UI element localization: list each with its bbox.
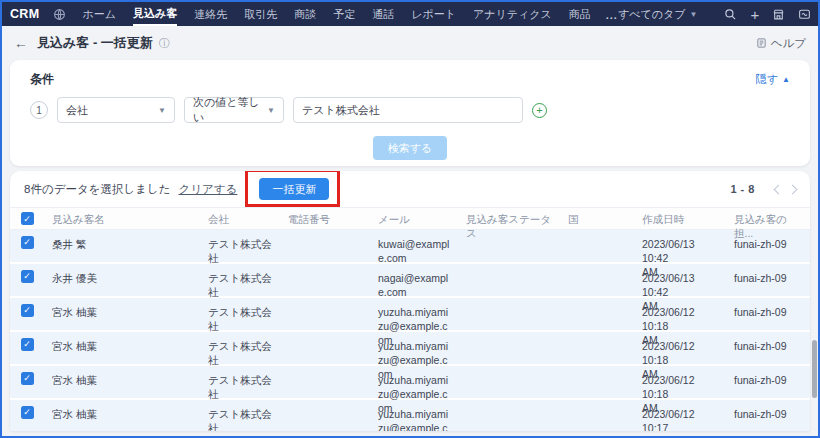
nav-tab-4[interactable]: 商談 (294, 3, 316, 25)
nav-tabs: ホーム見込み客連絡先取引先商談予定通話レポートアナリティクス商品 (82, 2, 590, 26)
cell-status (458, 230, 560, 237)
nav-tab-5[interactable]: 予定 (333, 3, 355, 25)
row-checkbox[interactable]: ✓ (21, 212, 34, 225)
cell-company: テスト株式会社 (200, 400, 280, 431)
topnav-right-cluster: すべてのタブ ▼ + 99+ 99 ⚙ (618, 6, 820, 22)
field-select[interactable]: 会社 ▼ (57, 97, 175, 123)
nav-more-tabs[interactable]: ... (606, 5, 618, 24)
cell-owner: funai-zh-09 (726, 264, 810, 285)
nav-tab-6[interactable]: 通話 (372, 3, 394, 25)
checkbox-cell: ✓ (10, 298, 44, 317)
help-button[interactable]: ヘルプ (756, 36, 806, 51)
cell-name: 桑井 繁 (44, 230, 200, 251)
search-button[interactable]: 検索する (373, 136, 448, 160)
checkbox-cell: ✓ (10, 264, 44, 283)
cell-phone (280, 332, 370, 339)
cell-company: テスト株式会社 (200, 230, 280, 265)
add-icon[interactable]: + (750, 7, 759, 22)
help-doc-icon (756, 37, 767, 49)
cell-status (458, 264, 560, 271)
cell-owner: funai-zh-09 (726, 230, 810, 251)
selection-toolbar: 8件のデータを選択しました クリアする 一括更新 1 - 8 (10, 171, 810, 207)
nav-tab-2[interactable]: 連絡先 (194, 3, 227, 25)
row-checkbox[interactable]: ✓ (21, 304, 34, 317)
cell-name: 宮水 柚葉 (44, 332, 200, 353)
nav-tab-7[interactable]: レポート (411, 3, 456, 25)
vertical-scrollbar[interactable] (812, 340, 817, 398)
table-row[interactable]: ✓宮水 柚葉テスト株式会社yuzuha.miyamizu@example.com… (10, 366, 810, 400)
row-checkbox[interactable]: ✓ (21, 270, 34, 283)
nav-tab-3[interactable]: 取引先 (244, 3, 277, 25)
field-select-value: 会社 (66, 103, 88, 118)
table-row[interactable]: ✓永井 優美テスト株式会社nagai@example.com2023/06/13… (10, 264, 810, 298)
cell-country (560, 230, 634, 237)
next-page-icon[interactable] (788, 185, 798, 195)
selection-count-text: 8件のデータを選択しました (24, 182, 171, 197)
add-criteria-icon[interactable]: + (532, 103, 547, 118)
criteria-panel: 条件 隠す ▲ 1 会社 ▼ 次の値と等しい ▼ + 検索する (10, 60, 810, 166)
nav-tab-0[interactable]: ホーム (82, 3, 116, 25)
cell-owner: funai-zh-09 (726, 366, 810, 387)
hide-criteria-link[interactable]: 隠す ▲ (756, 72, 790, 87)
pagination: 1 - 8 (730, 183, 796, 195)
row-checkbox[interactable]: ✓ (21, 338, 34, 351)
cell-name: 宮水 柚葉 (44, 366, 200, 387)
table-row[interactable]: ✓桑井 繁テスト株式会社kuwai@example.com2023/06/13 … (10, 230, 810, 264)
cell-company: テスト株式会社 (200, 264, 280, 299)
table-row[interactable]: ✓宮水 柚葉テスト株式会社yuzuha.miyamizu@example.com… (10, 332, 810, 366)
info-icon[interactable]: ⓘ (159, 36, 170, 51)
prev-page-icon[interactable] (773, 185, 783, 195)
row-checkbox[interactable]: ✓ (21, 372, 34, 385)
cell-email: kuwai@example.com (370, 230, 458, 265)
column-header-3[interactable]: メール (370, 208, 458, 227)
all-tabs-label: すべてのタブ (618, 7, 686, 22)
table-row[interactable]: ✓宮水 柚葉テスト株式会社yuzuha.miyamizu@example.com… (10, 298, 810, 332)
criteria-title: 条件 (30, 71, 54, 88)
table-row[interactable]: ✓宮水 柚葉テスト株式会社yuzuha.miyamizu@example.com… (10, 400, 810, 431)
cell-phone (280, 298, 370, 305)
chevron-down-icon: ▼ (267, 106, 275, 115)
checkbox-cell: ✓ (10, 366, 44, 385)
column-header-0[interactable]: 見込み客名 (44, 208, 200, 227)
bulk-update-button[interactable]: 一括更新 (259, 178, 329, 200)
column-header-1[interactable]: 会社 (200, 208, 280, 227)
search-icon[interactable] (724, 8, 737, 21)
cell-status (458, 298, 560, 305)
globe-icon[interactable] (53, 8, 66, 21)
nav-tab-9[interactable]: 商品 (569, 3, 591, 25)
row-checkbox[interactable]: ✓ (21, 236, 34, 249)
record-range-label: 1 - 8 (730, 183, 755, 195)
zia-chat-icon[interactable] (798, 8, 811, 21)
column-header-2[interactable]: 電話番号 (280, 208, 370, 227)
nav-tab-8[interactable]: アナリティクス (473, 3, 552, 25)
clear-selection-link[interactable]: クリアする (179, 182, 238, 197)
cell-email: nagai@example.com (370, 264, 458, 299)
cell-owner: funai-zh-09 (726, 400, 810, 421)
column-header-6[interactable]: 作成日時 (634, 208, 726, 227)
crm-logo: CRM (10, 7, 39, 21)
cell-email: yuzuha.miyamizu@example.com (370, 400, 458, 431)
back-arrow-icon[interactable]: ← (14, 35, 28, 51)
cell-country (560, 400, 634, 407)
all-tabs-dropdown[interactable]: すべてのタブ ▼ (618, 7, 697, 22)
operator-select-value: 次の値と等しい (193, 95, 261, 125)
marketplace-icon[interactable] (772, 8, 785, 21)
row-checkbox[interactable]: ✓ (21, 406, 34, 419)
criteria-value-input[interactable] (293, 97, 523, 123)
column-header-5[interactable]: 国 (560, 208, 634, 227)
cell-status (458, 366, 560, 373)
table-body: ✓桑井 繁テスト株式会社kuwai@example.com2023/06/13 … (10, 230, 810, 431)
help-label: ヘルプ (771, 36, 806, 51)
cell-country (560, 366, 634, 373)
cell-status (458, 400, 560, 407)
checkbox-cell: ✓ (10, 230, 44, 249)
results-panel: 8件のデータを選択しました クリアする 一括更新 1 - 8 ✓見込み客名会社電… (10, 171, 810, 431)
cell-name: 宮水 柚葉 (44, 298, 200, 319)
page-title: 見込み客 - 一括更新 (37, 34, 153, 52)
nav-tab-1[interactable]: 見込み客 (133, 2, 177, 26)
table-header-row: ✓見込み客名会社電話番号メール見込み客ステータス国作成日時見込み客の担... (10, 207, 810, 230)
cell-created: 2023/06/12 10:17 AM (634, 400, 726, 431)
cell-phone (280, 400, 370, 407)
operator-select[interactable]: 次の値と等しい ▼ (184, 97, 284, 123)
checkbox-cell: ✓ (10, 332, 44, 351)
